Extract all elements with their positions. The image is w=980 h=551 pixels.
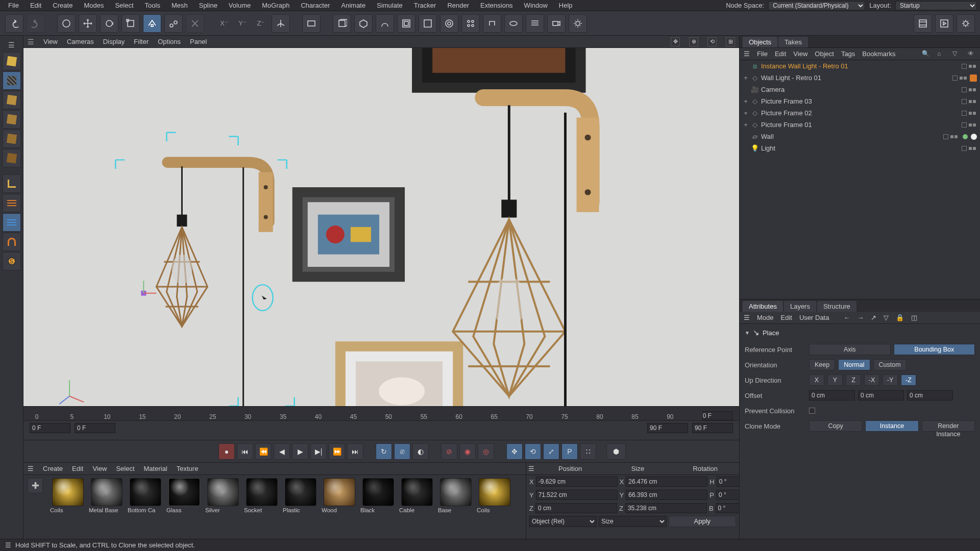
keyframe-sel-button[interactable]: ◎	[478, 443, 494, 460]
menu-spline[interactable]: Spline	[194, 1, 223, 10]
render-settings-button[interactable]	[957, 14, 975, 33]
object-row[interactable]: ⧈ Instance Wall Light - Retro 01	[740, 60, 980, 72]
tab-objects[interactable]: Objects	[743, 37, 777, 47]
workplane-button[interactable]: S	[3, 252, 21, 270]
home-icon[interactable]: ⌂	[937, 50, 945, 58]
up-icon[interactable]: ↗	[871, 314, 876, 321]
key-mode-b-button[interactable]: ◐	[412, 443, 429, 460]
coord-field[interactable]	[536, 477, 618, 487]
coord-field[interactable]	[625, 503, 707, 513]
light-button[interactable]	[569, 14, 587, 33]
live-select-tool[interactable]	[57, 14, 76, 33]
dynamic-place-tool[interactable]	[164, 14, 183, 33]
menu-window[interactable]: Window	[519, 1, 553, 10]
render-pv-play-button[interactable]	[935, 14, 953, 33]
prev-frame-button[interactable]: ◀	[274, 443, 290, 460]
axis-x-toggle[interactable]: X⁻	[216, 14, 232, 33]
obj-menu-view[interactable]: View	[793, 50, 807, 58]
clone-render-instance-button[interactable]: Render Instance	[922, 420, 975, 432]
object-row[interactable]: 💡 Light	[740, 142, 980, 154]
asset-browser-button[interactable]: ⬢	[606, 443, 626, 460]
menu-character[interactable]: Character	[296, 1, 335, 10]
offset-y-field[interactable]	[858, 390, 904, 400]
primitive-frame-button[interactable]	[333, 14, 351, 33]
material-item[interactable]: Wood	[322, 478, 357, 513]
material-item[interactable]: Coils	[50, 478, 86, 513]
goto-start-button[interactable]: ⏮	[237, 443, 253, 460]
new-material-button[interactable]: ✚	[28, 478, 43, 493]
funnel-icon[interactable]: ▽	[884, 314, 889, 321]
mograph-button[interactable]	[461, 14, 480, 33]
mat-menu-edit[interactable]: Edit	[72, 465, 83, 472]
render-pv-button[interactable]	[914, 14, 932, 33]
deformer-button[interactable]	[419, 14, 437, 33]
menu-edit[interactable]: Edit	[25, 1, 46, 10]
obj-menu-tags[interactable]: Tags	[841, 50, 855, 58]
autokey-off-button[interactable]: ⊘	[441, 443, 457, 460]
fwd-arrow-icon[interactable]: →	[857, 314, 864, 321]
menu-simulate[interactable]: Simulate	[372, 1, 408, 10]
menu-mograph[interactable]: MoGraph	[257, 1, 295, 10]
field-button[interactable]	[440, 14, 458, 33]
hamburger-icon[interactable]: ☰	[3, 39, 21, 51]
coord-apply-button[interactable]: Apply	[669, 516, 736, 527]
eye-icon[interactable]: 👁	[968, 50, 976, 58]
orient-keep-button[interactable]: Keep	[809, 359, 835, 370]
node-space-select[interactable]: Current (Standard/Physical)	[768, 1, 865, 10]
menu-mesh[interactable]: Mesh	[166, 1, 193, 10]
vp-menu-display[interactable]: Display	[103, 38, 125, 45]
obj-menu-object[interactable]: Object	[815, 50, 834, 58]
attr-menu-edit[interactable]: Edit	[781, 314, 792, 321]
material-item[interactable]: Base	[438, 478, 474, 513]
coord-space-select[interactable]: Object (Rel)	[529, 516, 597, 527]
axis-z-toggle[interactable]: Z⁻	[253, 14, 268, 33]
coord-size-mode-select[interactable]: Size	[599, 516, 666, 527]
mat-menu-view[interactable]: View	[92, 465, 107, 472]
point-mode-button[interactable]	[3, 110, 21, 129]
camera-button[interactable]	[547, 14, 566, 33]
mat-menu-material[interactable]: Material	[144, 465, 167, 472]
axis-y-toggle[interactable]: Y⁻	[235, 14, 250, 33]
attr-menu-mode[interactable]: Mode	[757, 314, 774, 321]
pla-key-button[interactable]: ∷	[580, 443, 596, 460]
search-icon[interactable]: 🔍	[922, 50, 930, 58]
floor-button[interactable]	[526, 14, 544, 33]
updir-nz[interactable]: -Z	[901, 374, 916, 386]
play-button[interactable]: ▶	[292, 443, 308, 460]
vp-rotate-icon[interactable]: ⟲	[707, 37, 717, 46]
updir-ny[interactable]: -Y	[883, 374, 898, 386]
redo-button[interactable]	[27, 14, 45, 33]
filter-icon[interactable]: ▽	[952, 50, 961, 58]
object-row[interactable]: + ◇ Picture Frame 03	[740, 95, 980, 107]
menu-extensions[interactable]: Extensions	[475, 1, 518, 10]
vp-move-icon[interactable]: ✥	[671, 37, 680, 46]
material-item[interactable]: Metal Base	[89, 478, 125, 513]
coord-system-button[interactable]	[272, 14, 290, 33]
object-tree[interactable]: ⧈ Instance Wall Light - Retro 01 + ◇ Wal…	[740, 60, 980, 299]
primitive-cube-button[interactable]	[354, 14, 373, 33]
vp-menu-cameras[interactable]: Cameras	[67, 38, 94, 45]
rot-key-button[interactable]: ⟲	[525, 443, 541, 460]
lock-icon[interactable]: 🔒	[896, 314, 904, 321]
updir-x[interactable]: X	[809, 374, 824, 386]
timeline-end-field-b[interactable]	[692, 423, 733, 433]
mat-menu-texture[interactable]: Texture	[177, 465, 199, 472]
updir-nx[interactable]: -X	[864, 374, 879, 386]
menu-render[interactable]: Render	[442, 1, 474, 10]
generator-button[interactable]	[397, 14, 415, 33]
coord-field[interactable]	[626, 490, 707, 500]
prev-key-button[interactable]: ⏪	[255, 443, 272, 460]
key-mode-a-button[interactable]: ⎚	[394, 443, 410, 460]
offset-x-field[interactable]	[809, 390, 855, 400]
vp-zoom-icon[interactable]: ⊕	[689, 37, 698, 46]
menu-tracker[interactable]: Tracker	[409, 1, 442, 10]
orient-normal-button[interactable]: Normal	[838, 359, 870, 370]
object-row[interactable]: ▱ Wall	[740, 131, 980, 142]
obj-menu-bookmarks[interactable]: Bookmarks	[862, 50, 895, 58]
object-row[interactable]: 🎥 Camera	[740, 84, 980, 95]
timeline-range-end[interactable]	[702, 411, 733, 420]
obj-menu-edit[interactable]: Edit	[775, 50, 786, 58]
coord-field[interactable]	[536, 490, 618, 500]
menu-tools[interactable]: Tools	[140, 1, 165, 10]
rotate-tool[interactable]	[100, 14, 118, 33]
